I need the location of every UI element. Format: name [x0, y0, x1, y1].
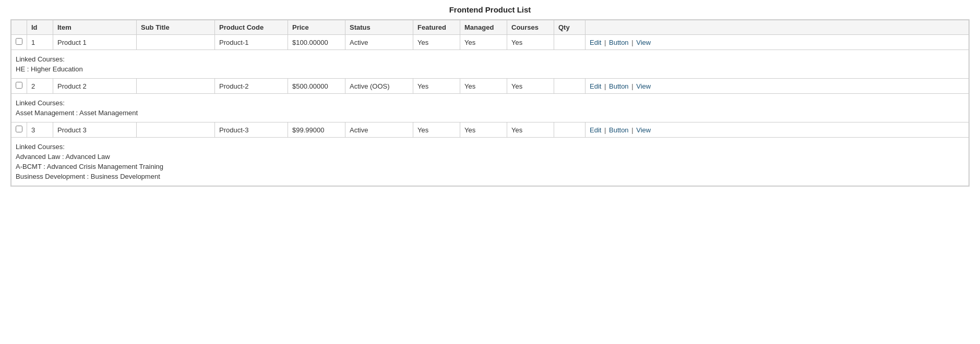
row-status: Active: [345, 35, 413, 50]
action-button-2[interactable]: Button: [609, 126, 629, 134]
header-actions: [585, 20, 969, 35]
action-view-2[interactable]: View: [636, 126, 651, 134]
action-edit-0[interactable]: Edit: [590, 39, 601, 46]
detail-cell: Linked Courses:HE : Higher Education: [11, 50, 969, 79]
row-actions: Edit | Button | View: [585, 35, 969, 50]
table-row: 2Product 2Product-2$500.00000Active (OOS…: [11, 79, 969, 94]
row-checkbox-1[interactable]: [16, 82, 22, 89]
table-row: 1Product 1Product-1$100.00000ActiveYesYe…: [11, 35, 969, 50]
action-separator: |: [602, 126, 608, 134]
action-separator: |: [630, 82, 636, 90]
action-view-1[interactable]: View: [636, 82, 651, 90]
table-header-row: Id Item Sub Title Product Code Price Sta…: [11, 20, 969, 35]
row-item: Product 1: [53, 35, 137, 50]
row-code: Product-2: [215, 79, 288, 94]
row-item: Product 2: [53, 79, 137, 94]
action-separator: |: [630, 39, 636, 46]
action-separator: |: [602, 82, 608, 90]
row-subtitle: [137, 35, 215, 50]
detail-row: Linked Courses:Asset Management : Asset …: [11, 94, 969, 122]
table-body: 1Product 1Product-1$100.00000ActiveYesYe…: [11, 35, 969, 186]
header-code: Product Code: [215, 20, 288, 35]
action-button-0[interactable]: Button: [609, 39, 629, 46]
row-price: $100.00000: [288, 35, 345, 50]
row-qty: [554, 122, 585, 138]
linked-courses-label: Linked Courses:: [16, 99, 964, 107]
row-price: $99.99000: [288, 122, 345, 138]
row-checkbox-2[interactable]: [16, 126, 22, 132]
row-subtitle: [137, 79, 215, 94]
row-qty: [554, 79, 585, 94]
detail-row: Linked Courses:HE : Higher Education: [11, 50, 969, 79]
linked-course-item: HE : Higher Education: [16, 65, 964, 73]
row-id: 3: [27, 122, 53, 138]
row-actions: Edit | Button | View: [585, 122, 969, 138]
linked-course-item: Advanced Law : Advanced Law: [16, 153, 964, 161]
row-price: $500.00000: [288, 79, 345, 94]
header-item: Item: [53, 20, 137, 35]
row-status: Active: [345, 122, 413, 138]
header-id: Id: [27, 20, 53, 35]
row-id: 1: [27, 35, 53, 50]
detail-cell: Linked Courses:Advanced Law : Advanced L…: [11, 138, 969, 186]
table-row: 3Product 3Product-3$99.99000ActiveYesYes…: [11, 122, 969, 138]
linked-course-item: Business Development : Business Developm…: [16, 173, 964, 180]
row-qty: [554, 35, 585, 50]
linked-course-item: Asset Management : Asset Management: [16, 109, 964, 117]
header-featured: Featured: [413, 20, 460, 35]
row-checkbox-0[interactable]: [16, 38, 22, 45]
row-courses: Yes: [507, 122, 554, 138]
header-courses: Courses: [507, 20, 554, 35]
row-code: Product-3: [215, 122, 288, 138]
page-wrapper: Frontend Product List Id Item Sub Title …: [0, 0, 980, 344]
row-status: Active (OOS): [345, 79, 413, 94]
action-button-1[interactable]: Button: [609, 82, 629, 90]
row-subtitle: [137, 122, 215, 138]
detail-row: Linked Courses:Advanced Law : Advanced L…: [11, 138, 969, 186]
linked-courses-label: Linked Courses:: [16, 143, 964, 151]
row-featured: Yes: [413, 122, 460, 138]
header-subtitle: Sub Title: [137, 20, 215, 35]
linked-courses-label: Linked Courses:: [16, 55, 964, 63]
linked-course-item: A-BCMT : Advanced Crisis Management Trai…: [16, 163, 964, 170]
action-edit-2[interactable]: Edit: [590, 126, 601, 134]
row-code: Product-1: [215, 35, 288, 50]
action-separator: |: [602, 39, 608, 46]
header-qty: Qty: [554, 20, 585, 35]
product-table: Id Item Sub Title Product Code Price Sta…: [11, 20, 969, 186]
row-featured: Yes: [413, 79, 460, 94]
header-status: Status: [345, 20, 413, 35]
page-title: Frontend Product List: [10, 5, 970, 14]
row-courses: Yes: [507, 35, 554, 50]
row-managed: Yes: [460, 79, 507, 94]
detail-cell: Linked Courses:Asset Management : Asset …: [11, 94, 969, 122]
row-actions: Edit | Button | View: [585, 79, 969, 94]
header-price: Price: [288, 20, 345, 35]
row-featured: Yes: [413, 35, 460, 50]
action-view-0[interactable]: View: [636, 39, 651, 46]
row-managed: Yes: [460, 35, 507, 50]
row-id: 2: [27, 79, 53, 94]
row-item: Product 3: [53, 122, 137, 138]
action-separator: |: [630, 126, 636, 134]
action-edit-1[interactable]: Edit: [590, 82, 601, 90]
table-container: Id Item Sub Title Product Code Price Sta…: [10, 19, 970, 187]
header-checkbox: [11, 20, 27, 35]
header-managed: Managed: [460, 20, 507, 35]
row-managed: Yes: [460, 122, 507, 138]
row-courses: Yes: [507, 79, 554, 94]
